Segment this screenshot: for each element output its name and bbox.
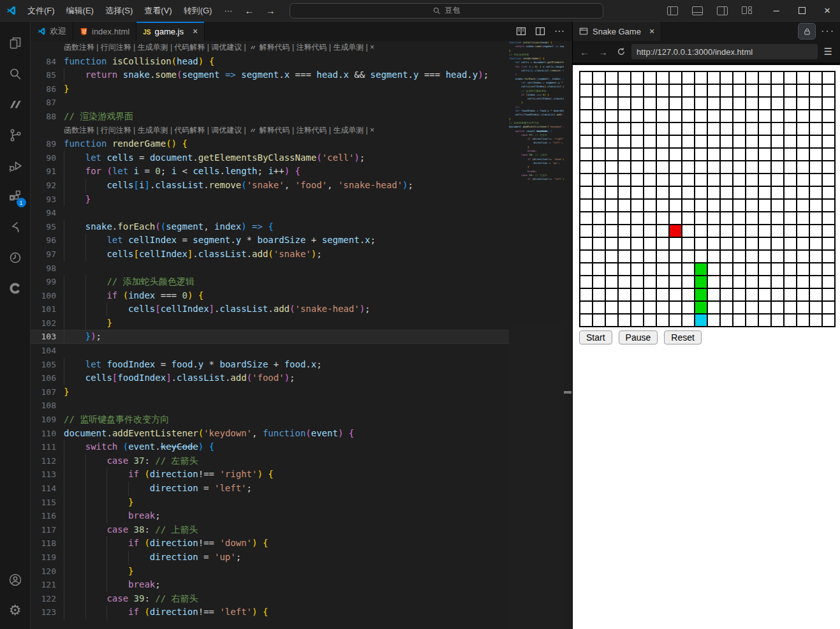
code-row-103[interactable]: 103 }); bbox=[31, 330, 509, 344]
code-row-114[interactable]: 114 direction = 'left'; bbox=[31, 482, 509, 496]
code-row-91[interactable]: 91 for (let i = 0; i < cells.length; i++… bbox=[31, 165, 509, 179]
source-control-icon[interactable] bbox=[0, 120, 31, 151]
tab-欢迎[interactable]: 欢迎 bbox=[31, 22, 73, 41]
pause-button[interactable]: Pause bbox=[619, 330, 658, 344]
menu-item-4[interactable]: 转到(G) bbox=[178, 5, 218, 17]
code-row-96[interactable]: 96 let cellIndex = segment.y * boardSize… bbox=[31, 233, 509, 248]
explorer-icon[interactable] bbox=[0, 28, 31, 59]
account-icon[interactable] bbox=[0, 565, 31, 595]
code-row-84[interactable]: 84function isCollision(head) { bbox=[31, 55, 509, 69]
code-row-100[interactable]: 100 if (index === 0) { bbox=[31, 289, 509, 303]
menu-item-0[interactable]: 文件(F) bbox=[22, 5, 61, 17]
code-row-101[interactable]: 101 cells[cellIndex].classList.add('snak… bbox=[31, 302, 509, 316]
menu-item-3[interactable]: 查看(V) bbox=[138, 5, 177, 17]
code-row-106[interactable]: 106 cells[foodIndex].classList.add('food… bbox=[31, 371, 509, 385]
code-row-85[interactable]: 85 return snake.some(segment => segment.… bbox=[31, 68, 509, 82]
code-row-88[interactable]: 88// 渲染游戏界面 bbox=[31, 110, 509, 124]
grid-cell bbox=[644, 225, 656, 237]
code-row-105[interactable]: 105 let foodIndex = food.y * boardSize +… bbox=[31, 358, 509, 372]
code-row-92[interactable]: 92 cells[i].classList.remove('snake', 'f… bbox=[31, 179, 509, 193]
editor-more-actions-icon[interactable]: ··· bbox=[554, 26, 564, 37]
panel-more-actions-icon[interactable]: ··· bbox=[821, 26, 835, 37]
grid-cell bbox=[619, 314, 630, 326]
grid-cell bbox=[606, 98, 617, 109]
nav-forward-icon[interactable]: → bbox=[260, 5, 281, 16]
minimap[interactable]: function isCollision(head) { return snak… bbox=[509, 41, 564, 629]
toggle-secondary-sidebar-icon[interactable] bbox=[717, 6, 728, 15]
code-row-110[interactable]: 110document.addEventListener('keydown', … bbox=[31, 427, 509, 441]
maximize-button[interactable] bbox=[789, 0, 814, 21]
c-extension-icon[interactable] bbox=[0, 273, 31, 304]
close-panel-tab-icon[interactable]: × bbox=[649, 26, 654, 36]
tab-index.html[interactable]: index.html bbox=[73, 22, 136, 41]
toggle-panel-icon[interactable] bbox=[692, 6, 703, 15]
open-preview-icon[interactable] bbox=[516, 26, 526, 36]
tab-game.js[interactable]: JSgame.js× bbox=[136, 22, 205, 41]
url-bar[interactable]: http://127.0.0.1:3000/index.html bbox=[631, 44, 818, 59]
code-row-107[interactable]: 107} bbox=[31, 385, 509, 399]
grid-cell bbox=[772, 174, 783, 186]
code-row-86[interactable]: 86} bbox=[31, 82, 509, 96]
browser-back-icon[interactable]: ← bbox=[577, 47, 593, 57]
search-sidebar-icon[interactable] bbox=[0, 59, 31, 89]
codelens-row[interactable]: 函数注释 | 行间注释 | 生成单测 | 代码解释 | 调优建议 |解释代码 |… bbox=[31, 124, 509, 138]
browser-menu-icon[interactable]: ☰ bbox=[820, 46, 836, 57]
code-row-87[interactable]: 87 bbox=[31, 96, 509, 110]
line-number: 102 bbox=[31, 316, 56, 330]
minimize-button[interactable]: ─ bbox=[763, 0, 789, 21]
nav-back-icon[interactable]: ← bbox=[239, 5, 260, 16]
extensions-icon[interactable]: 1 bbox=[0, 181, 31, 212]
menu-item-1[interactable]: 编辑(E) bbox=[61, 5, 99, 17]
code-row-117[interactable]: 117 case 38: // 上箭头 bbox=[31, 523, 509, 537]
timeline-icon[interactable] bbox=[0, 242, 31, 273]
code-row-115[interactable]: 115 } bbox=[31, 496, 509, 510]
codelens-row[interactable]: 函数注释 | 行间注释 | 生成单测 | 代码解释 | 调优建议 |解释代码 |… bbox=[31, 41, 509, 55]
code-row-118[interactable]: 118 if (direction!== 'down') { bbox=[31, 536, 509, 551]
code-row-113[interactable]: 113 if (direction!== 'right') { bbox=[31, 468, 509, 482]
customize-layout-icon[interactable] bbox=[742, 6, 752, 15]
run-debug-icon[interactable] bbox=[0, 151, 31, 181]
code-row-123[interactable]: 123 if (direction!== 'left') { bbox=[31, 605, 509, 619]
code-row-112[interactable]: 112 case 37: // 左箭头 bbox=[31, 454, 509, 468]
start-button[interactable]: Start bbox=[579, 330, 612, 344]
code-row-120[interactable]: 120 } bbox=[31, 565, 509, 579]
overview-ruler[interactable] bbox=[564, 41, 572, 629]
code-row-94[interactable]: 94 bbox=[31, 206, 509, 220]
rollback-icon[interactable] bbox=[0, 212, 31, 242]
code-row-93[interactable]: 93 } bbox=[31, 193, 509, 207]
code-row-108[interactable]: 108 bbox=[31, 399, 509, 413]
grid-cell bbox=[682, 136, 694, 147]
tab-snake-game[interactable]: Snake Game × bbox=[573, 22, 661, 41]
close-tab-icon[interactable]: × bbox=[193, 26, 198, 36]
grid-cell bbox=[823, 251, 834, 262]
code-row-99[interactable]: 99 // 添加蛇头颜色逻辑 bbox=[31, 275, 509, 289]
marscode-icon[interactable] bbox=[0, 89, 31, 120]
split-editor-icon[interactable] bbox=[535, 26, 545, 36]
code-row-121[interactable]: 121 break; bbox=[31, 578, 509, 592]
code-row-122[interactable]: 122 case 39: // 右箭头 bbox=[31, 592, 509, 606]
menu-item-2[interactable]: 选择(S) bbox=[99, 5, 138, 17]
grid-cell bbox=[746, 174, 758, 186]
code-row-98[interactable]: 98 bbox=[31, 262, 509, 276]
code-row-95[interactable]: 95 snake.forEach((segment, index) => { bbox=[31, 220, 509, 234]
lock-button[interactable] bbox=[798, 23, 816, 40]
code-row-90[interactable]: 90 let cells = document.getElementsByCla… bbox=[31, 151, 509, 165]
code-row-116[interactable]: 116 break; bbox=[31, 509, 509, 523]
code-row-102[interactable]: 102 } bbox=[31, 316, 509, 330]
code-row-104[interactable]: 104 bbox=[31, 344, 509, 358]
code-row-109[interactable]: 109// 监听键盘事件改变方向 bbox=[31, 413, 509, 427]
close-window-button[interactable]: × bbox=[814, 0, 840, 21]
code-row-119[interactable]: 119 direction = 'up'; bbox=[31, 551, 509, 565]
code-row-97[interactable]: 97 cells[cellIndex].classList.add('snake… bbox=[31, 248, 509, 262]
toggle-sidebar-icon[interactable] bbox=[667, 6, 678, 15]
browser-forward-icon[interactable]: → bbox=[595, 47, 611, 57]
settings-gear-icon[interactable]: ⚙ bbox=[0, 595, 31, 626]
grid-cell bbox=[606, 314, 617, 326]
command-center-search[interactable]: 豆包 bbox=[290, 3, 603, 18]
code-editor[interactable]: 函数注释 | 行间注释 | 生成单测 | 代码解释 | 调优建议 |解释代码 |… bbox=[31, 41, 572, 629]
reset-button[interactable]: Reset bbox=[664, 330, 702, 344]
code-row-111[interactable]: 111 switch (event.keyCode) { bbox=[31, 440, 509, 454]
browser-reload-icon[interactable] bbox=[614, 47, 629, 56]
code-row-89[interactable]: 89function renderGame() { bbox=[31, 137, 509, 151]
menu-overflow[interactable]: ··· bbox=[217, 6, 239, 15]
